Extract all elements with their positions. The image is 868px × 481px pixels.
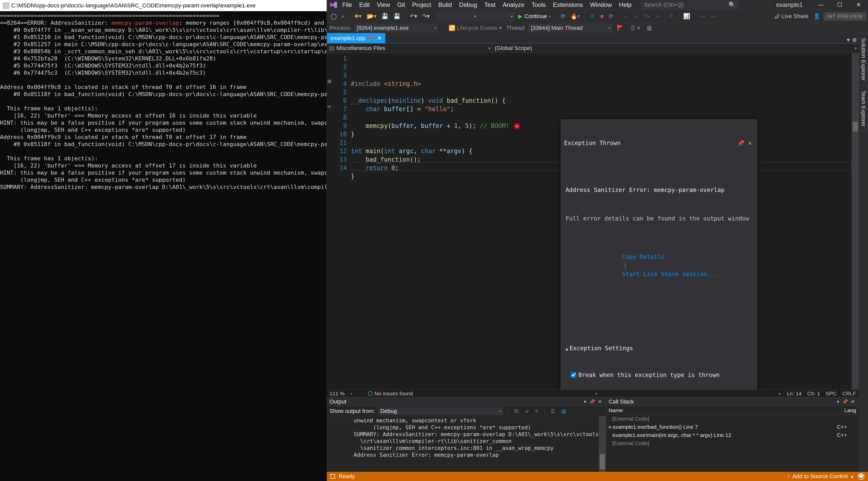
callstack-row[interactable]: [External Code]: [606, 415, 859, 423]
lifecycle-icon[interactable]: 🔁 Lifecycle Events ▾: [446, 24, 504, 32]
menu-project[interactable]: Project: [408, 0, 435, 10]
callstack-lang-header[interactable]: Lang: [842, 407, 859, 413]
break-all-icon[interactable]: ⏸: [588, 12, 597, 21]
search-box[interactable]: Search (Ctrl+Q) 🔍: [641, 1, 738, 9]
output-scrollbar[interactable]: [599, 416, 606, 472]
output-source-combo[interactable]: Debug: [378, 407, 503, 415]
vs-logo-icon[interactable]: [329, 0, 339, 10]
pin-icon[interactable]: 📌: [369, 35, 374, 41]
zoom-level[interactable]: 111 %: [330, 390, 345, 397]
callstack-pin-icon[interactable]: 📌: [841, 399, 849, 405]
menu-analyze[interactable]: Analyze: [499, 0, 528, 10]
nav-back-icon[interactable]: ◯: [329, 12, 339, 21]
status-mode-icon[interactable]: [331, 474, 335, 479]
stackframe-icon[interactable]: ▦: [645, 24, 654, 32]
output-clear-icon[interactable]: ☒: [513, 408, 520, 414]
callstack-close-icon[interactable]: ✕: [849, 399, 856, 405]
menu-extensions[interactable]: Extensions: [550, 0, 587, 10]
outlining-minus-icon[interactable]: ⊟: [328, 78, 331, 84]
thread-flag-icon[interactable]: 🚩: [615, 24, 626, 32]
line-number[interactable]: Ln: 14: [787, 390, 801, 397]
callstack-rows[interactable]: [External Code]➜example1.exe!bad_functio…: [606, 415, 859, 472]
editor-glyph-margin[interactable]: ⊟ ⇨: [327, 53, 333, 389]
open-icon[interactable]: 📂▾: [365, 12, 378, 21]
reattach-icon[interactable]: ⟳: [559, 12, 567, 21]
error-glyph-icon[interactable]: ✕: [514, 123, 520, 129]
console-output[interactable]: ========================================…: [0, 11, 327, 481]
output-pin-icon[interactable]: 📌: [588, 399, 596, 405]
solution-explorer-tab[interactable]: Solution Explorer: [859, 33, 868, 86]
scrollbar-thumb[interactable]: [853, 122, 858, 131]
document-well-tab[interactable]: example1: [769, 0, 810, 10]
maximize-button[interactable]: ☐: [830, 0, 849, 10]
callstack-row[interactable]: example1.exe!main(int argc, char * * arg…: [606, 431, 859, 439]
copy-details-link[interactable]: Copy Details: [622, 253, 664, 260]
save-icon[interactable]: 💾: [379, 12, 391, 21]
menu-tools[interactable]: Tools: [528, 0, 550, 10]
console-titlebar[interactable]: C:\MSDN\cpp-docs-pr\docs\c-language\ASAN…: [0, 0, 327, 11]
indent-mode[interactable]: SPC: [826, 390, 837, 397]
feedback-icon[interactable]: 👤: [811, 12, 823, 21]
output-list-icon[interactable]: ▤: [560, 408, 568, 414]
step-into-icon[interactable]: ↓•: [631, 12, 640, 21]
solution-platform-combo[interactable]: [479, 12, 515, 21]
menu-help[interactable]: Help: [615, 0, 635, 10]
output-indent-icon[interactable]: ≡: [534, 408, 540, 414]
add-source-control-button[interactable]: ↑ Add to Source Control ▲: [787, 473, 854, 480]
menu-git[interactable]: Git: [394, 0, 409, 10]
file-tab-example1[interactable]: example1.cpp 📌 ✕: [327, 33, 385, 43]
process-combo[interactable]: [8264] example1.exe: [354, 24, 438, 32]
overflow2-icon[interactable]: ⋯: [708, 12, 718, 21]
continue-button[interactable]: ▶ Continue ▾: [516, 12, 553, 20]
callstack-dropdown-icon[interactable]: ▾: [835, 399, 841, 405]
menu-build[interactable]: Build: [435, 0, 456, 10]
hscroll-right-icon[interactable]: ▸: [779, 391, 781, 396]
menu-window[interactable]: Window: [587, 0, 615, 10]
live-share-button[interactable]: ⮵ Live Share: [772, 12, 810, 21]
callstack-name-header[interactable]: Name: [606, 407, 842, 413]
undo-icon[interactable]: ↶▾: [408, 12, 419, 21]
overflow1-icon[interactable]: ⋯: [698, 12, 707, 21]
thread-combo[interactable]: [33644] Main Thread: [528, 24, 612, 32]
output-close-icon[interactable]: ✕: [596, 399, 603, 405]
menu-view[interactable]: View: [373, 0, 394, 10]
exception-pin-icon[interactable]: 📌: [735, 139, 746, 147]
timeline-icon[interactable]: 📊: [681, 12, 692, 21]
step-over-icon[interactable]: ↷•: [641, 12, 652, 21]
project-scope-combo[interactable]: ▤ Miscellaneous Files: [327, 43, 493, 53]
char-number[interactable]: Ch: 1: [807, 390, 820, 397]
class-scope-combo[interactable]: (Global Scope): [493, 43, 859, 53]
error-status[interactable]: No issues found: [368, 390, 413, 397]
intellitrace-icon[interactable]: ↶: [667, 12, 676, 21]
show-next-stmt-icon[interactable]: →: [621, 12, 630, 21]
menu-debug[interactable]: Debug: [456, 0, 480, 10]
start-liveshare-link[interactable]: Start Live Share session...: [622, 271, 718, 277]
callstack-row[interactable]: ➜example1.exe!bad_function() Line 7C++: [606, 423, 859, 431]
team-explorer-tab[interactable]: Team Explorer: [859, 86, 868, 131]
exception-close-icon[interactable]: ✕: [746, 139, 754, 147]
tab-close-icon[interactable]: ✕: [377, 35, 382, 41]
break-when-thrown-checkbox[interactable]: [571, 372, 576, 378]
tab-maximize-icon[interactable]: ⊕: [852, 37, 857, 43]
callstack-row[interactable]: [External Code]: [606, 439, 859, 447]
new-item-icon[interactable]: ✚▾: [352, 12, 364, 21]
nav-fwd-icon[interactable]: ▸: [340, 12, 347, 21]
step-out-icon[interactable]: ↑•: [653, 12, 662, 21]
output-wrap-icon[interactable]: ↲: [523, 408, 531, 414]
restart-icon[interactable]: ⟳: [607, 12, 615, 21]
exception-settings-header[interactable]: ▲Exception Settings: [565, 344, 752, 353]
editor-scrollbar[interactable]: [852, 53, 859, 389]
tab-dropdown-icon[interactable]: ▾: [847, 37, 850, 43]
close-button[interactable]: ✕: [849, 0, 868, 10]
minimize-button[interactable]: —: [811, 0, 830, 10]
output-dropdown-icon[interactable]: ▾: [582, 399, 588, 405]
stop-icon[interactable]: ■: [598, 12, 606, 21]
code-surface[interactable]: #include <string.h> __declspec(noinline)…: [351, 53, 852, 389]
stack-icon[interactable]: ☰ ▾: [628, 24, 642, 32]
line-ending[interactable]: CRLF: [842, 390, 856, 397]
hot-reload-icon[interactable]: 🔥▾: [568, 12, 582, 21]
menu-test[interactable]: Test: [480, 0, 499, 10]
hscroll-left-icon[interactable]: ◂: [595, 391, 597, 396]
menu-edit[interactable]: Edit: [356, 0, 373, 10]
output-toggle-icon[interactable]: ☰: [549, 408, 557, 414]
